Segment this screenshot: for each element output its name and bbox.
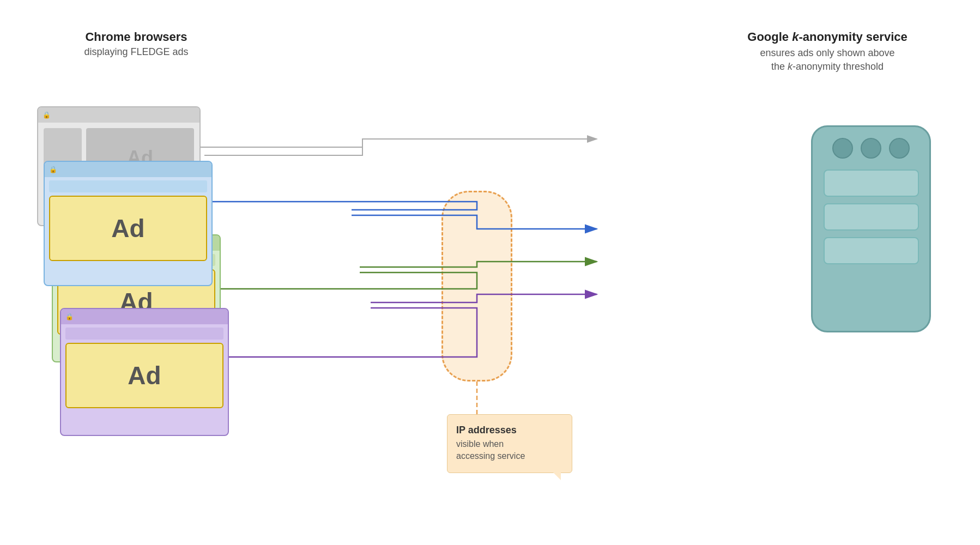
arrow-gray-return — [202, 139, 597, 147]
server-circle-1 — [832, 138, 853, 159]
google-subtitle: ensures ads only shown abovethe k-anonym… — [729, 46, 925, 74]
arrow-blue-return — [213, 202, 477, 210]
server-bar-1 — [824, 169, 919, 197]
browser-purple: 🔒 Ad — [60, 308, 229, 436]
ip-address-box: IP addresses visible whenaccessing servi… — [447, 414, 572, 473]
browser-purple-titlebar: 🔒 — [61, 309, 228, 324]
ip-title: IP addresses — [456, 425, 563, 436]
browser-blue: 🔒 Ad — [44, 161, 213, 286]
google-title: Google k-anonymity service — [729, 30, 925, 44]
diagram-container: Chrome browsers displaying FLEDGE ads Go… — [0, 0, 980, 545]
server-bar-2 — [824, 203, 919, 231]
ip-subtitle: visible whenaccessing service — [456, 438, 563, 463]
arrow-purple-return — [229, 308, 477, 357]
chrome-label: Chrome browsers displaying FLEDGE ads — [49, 30, 223, 58]
browser-purple-nav — [65, 328, 223, 340]
arrow-green-return — [221, 272, 477, 289]
browser-blue-titlebar: 🔒 — [45, 162, 211, 177]
lock-icon: 🔒 — [43, 111, 51, 119]
browser-blue-ad: Ad — [49, 196, 207, 261]
google-label: Google k-anonymity service ensures ads o… — [729, 30, 925, 74]
browser-gray-titlebar: 🔒 — [38, 107, 199, 123]
server-circles — [832, 138, 910, 159]
chrome-title: Chrome browsers — [49, 30, 223, 44]
server-circle-3 — [889, 138, 910, 159]
arrow-gray-to-server — [204, 139, 597, 155]
server-circle-2 — [861, 138, 881, 159]
lock-icon-purple: 🔒 — [65, 313, 74, 320]
browser-purple-ad: Ad — [65, 343, 223, 408]
ip-blob — [441, 191, 512, 382]
lock-icon-blue: 🔒 — [49, 166, 57, 173]
server-icon — [811, 125, 931, 332]
chrome-subtitle: displaying FLEDGE ads — [49, 46, 223, 58]
server-bar-3 — [824, 237, 919, 264]
browser-blue-nav — [49, 180, 207, 192]
